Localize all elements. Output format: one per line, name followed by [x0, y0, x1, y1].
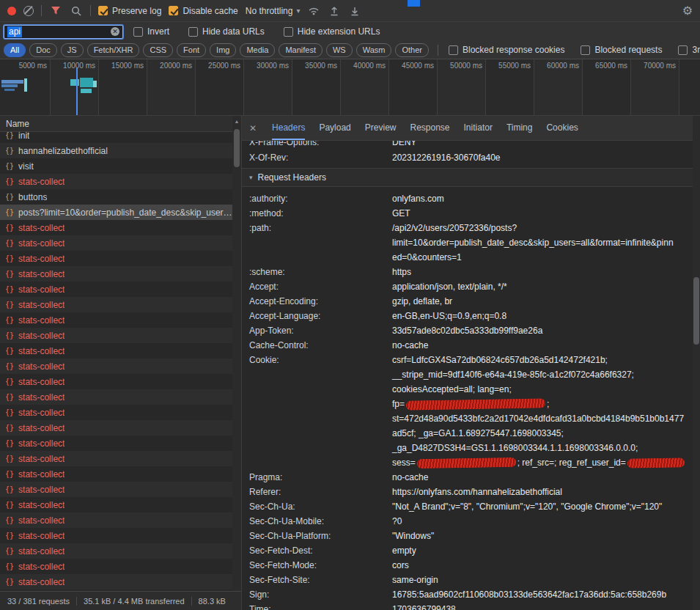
timeline-tick-label: 40000 ms — [340, 62, 386, 70]
filter-pill-font[interactable]: Font — [177, 43, 206, 57]
scrollbar-thumb[interactable] — [693, 277, 699, 345]
request-row[interactable]: {}stats-collect — [0, 297, 232, 312]
request-row[interactable]: {}stats-collect — [0, 497, 232, 512]
request-row[interactable]: {}stats-collect — [0, 451, 232, 466]
name-column-header[interactable]: Name — [0, 116, 241, 132]
filter-pill-all[interactable]: All — [4, 43, 26, 57]
filter-pill-js[interactable]: JS — [61, 43, 84, 57]
header-value: onlyfans.com — [392, 191, 444, 206]
tab-preview[interactable]: Preview — [365, 116, 397, 140]
network-conditions-icon[interactable] — [307, 4, 320, 18]
filter-pill-manifest[interactable]: Manifest — [279, 43, 323, 57]
request-row[interactable]: {}stats-collect — [0, 374, 232, 389]
request-row[interactable]: {}stats-collect — [0, 282, 232, 297]
filter-checkbox-blocked-requests[interactable]: Blocked requests — [581, 45, 662, 55]
throttling-dropdown[interactable]: No throttling ▾ — [246, 6, 301, 16]
filter-icon[interactable] — [49, 4, 62, 18]
scroll-up-icon[interactable]: ▲ — [232, 119, 241, 124]
header-value-text: ; — [547, 399, 549, 409]
request-row[interactable]: {}stats-collect — [0, 559, 232, 574]
request-row[interactable]: {}stats-collect — [0, 343, 232, 359]
disable-cache-checkbox[interactable]: Disable cache — [169, 6, 237, 16]
filter-checkbox-3rd-party-requests[interactable]: 3rd-party requests — [678, 45, 700, 55]
close-icon[interactable]: ✕ — [249, 123, 257, 133]
request-label: hannahelizabethofficial — [18, 146, 108, 156]
filter-pill-ws[interactable]: WS — [326, 43, 353, 57]
request-row[interactable]: {}stats-collect — [0, 528, 232, 543]
request-row[interactable]: {}hannahelizabethofficial — [0, 143, 232, 158]
preserve-log-checkbox[interactable]: Preserve log — [98, 6, 161, 16]
request-list-scrollbar[interactable]: ▲ — [232, 116, 241, 591]
filter-pill-css[interactable]: CSS — [143, 43, 173, 57]
filter-pill-fetch-xhr[interactable]: Fetch/XHR — [87, 43, 140, 57]
advanced-filter-checkboxes: Blocked response cookiesBlocked requests… — [449, 45, 700, 55]
request-label: stats-collect — [18, 269, 65, 279]
filter-input[interactable]: api ✕ — [4, 25, 123, 39]
status-separator — [76, 597, 77, 606]
invert-checkbox[interactable]: Invert — [133, 26, 169, 37]
request-row[interactable]: {}visit — [0, 158, 232, 174]
request-row[interactable]: {}buttons — [0, 189, 232, 205]
request-row[interactable]: {}init — [0, 132, 232, 143]
tab-timing[interactable]: Timing — [506, 116, 533, 140]
redaction-scribble — [406, 399, 545, 411]
clear-filter-icon[interactable]: ✕ — [111, 27, 119, 36]
timeline-overview[interactable]: 5000 ms10000 ms15000 ms20000 ms25000 ms3… — [0, 59, 700, 116]
request-row[interactable]: {}stats-collect — [0, 328, 232, 343]
import-har-icon[interactable] — [328, 4, 341, 18]
scrollbar-thumb[interactable] — [234, 129, 240, 167]
filter-pill-doc[interactable]: Doc — [29, 43, 57, 57]
request-row[interactable]: {}stats-collect — [0, 359, 232, 374]
request-row[interactable]: {}stats-collect — [0, 312, 232, 328]
timeline-tick-label: 60000 ms — [534, 62, 579, 70]
request-label: stats-collect — [18, 469, 65, 479]
request-headers-section[interactable]: ▾ Request Headers — [242, 168, 693, 187]
clear-network-log-icon[interactable] — [23, 6, 34, 16]
filter-checkbox-blocked-response-cookies[interactable]: Blocked response cookies — [449, 45, 564, 55]
hide-extension-urls-checkbox[interactable]: Hide extension URLs — [284, 26, 380, 37]
request-label: init — [18, 132, 29, 141]
request-row[interactable]: {}stats-collect — [0, 512, 232, 528]
tab-cookies[interactable]: Cookies — [546, 116, 578, 140]
header-value-line: 33d57ade8c02dbc5a333db99ff9ae26a — [392, 323, 542, 338]
request-row[interactable]: {}stats-collect — [0, 574, 232, 589]
request-row[interactable]: {}stats-collect — [0, 220, 232, 235]
request-label: stats-collect — [18, 331, 65, 341]
export-har-icon[interactable] — [348, 4, 361, 18]
script-icon: {} — [5, 562, 14, 570]
request-row[interactable]: {}stats-collect — [0, 482, 232, 497]
request-row[interactable]: {}stats-collect — [0, 543, 232, 559]
request-row[interactable]: {}stats-collect — [0, 251, 232, 266]
checkbox-icon — [678, 45, 688, 55]
header-value-line: limit=10&order=publish_date_desc&skip_us… — [392, 235, 674, 250]
request-row[interactable]: {}stats-collect — [0, 235, 232, 251]
request-row[interactable]: {}stats-collect — [0, 174, 232, 189]
request-row[interactable]: {}stats-collect — [0, 466, 232, 482]
hide-data-urls-checkbox[interactable]: Hide data URLs — [188, 26, 265, 37]
tab-headers[interactable]: Headers — [272, 116, 305, 140]
filter-pill-wasm[interactable]: Wasm — [356, 43, 392, 57]
record-button[interactable] — [7, 7, 16, 15]
filter-pill-media[interactable]: Media — [240, 43, 275, 57]
settings-gear-icon[interactable]: ⚙ — [682, 4, 693, 18]
search-icon[interactable] — [70, 4, 83, 18]
request-row[interactable]: {}posts?limit=10&order=publish_date_desc… — [0, 205, 232, 220]
timeline-activity-bar — [1, 80, 23, 84]
tab-initiator[interactable]: Initiator — [464, 116, 493, 140]
header-value: DENY — [392, 141, 416, 150]
filter-pill-img[interactable]: Img — [210, 43, 236, 57]
filter-pill-other[interactable]: Other — [395, 43, 429, 57]
request-row[interactable]: {}stats-collect — [0, 436, 232, 451]
request-label: stats-collect — [18, 392, 65, 403]
tab-response[interactable]: Response — [410, 116, 449, 140]
tab-payload[interactable]: Payload — [319, 116, 350, 140]
details-scrollbar[interactable] — [693, 116, 700, 610]
script-icon: {} — [5, 193, 14, 201]
request-row[interactable]: {}stats-collect — [0, 266, 232, 282]
request-row[interactable]: {}stats-collect — [0, 405, 232, 420]
request-label: visit — [18, 161, 34, 172]
request-row[interactable]: {}stats-collect — [0, 420, 232, 436]
request-row[interactable]: {}stats-collect — [0, 389, 232, 405]
toolbar-separator — [438, 45, 438, 56]
transferred-size: 35.1 kB / 4.4 MB transferred — [84, 597, 185, 606]
